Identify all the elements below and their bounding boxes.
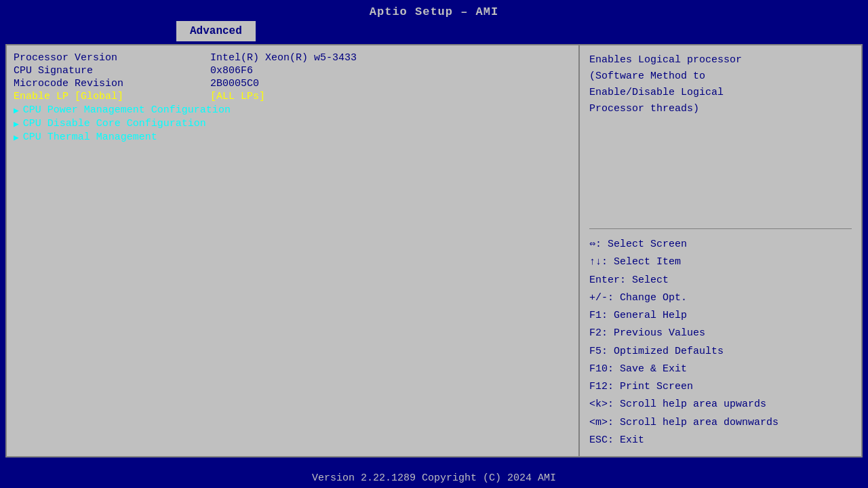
shortcut-desc-3: Change Opt.	[620, 292, 687, 304]
menu-item-2[interactable]: ▶CPU Thermal Management	[14, 131, 572, 143]
shortcut-key-4: F1:	[589, 310, 614, 321]
shortcut-key-1: ↑↓:	[589, 256, 614, 268]
menu-item-0[interactable]: ▶CPU Power Management Configuration	[14, 104, 572, 116]
shortcut-desc-7: Save & Exit	[620, 363, 687, 375]
info-row-3: Enable LP [Global][ALL LPs]	[14, 91, 572, 102]
info-row-1: CPU Signature0x806F6	[14, 65, 572, 77]
menu-arrow-icon-0: ▶	[14, 105, 19, 116]
shortcut-item-9: <k>: Scroll help area upwards	[589, 396, 852, 413]
shortcut-key-8: F12:	[589, 381, 620, 392]
right-panel: Enables Logical processor(Software Metho…	[580, 45, 861, 456]
info-label-1: CPU Signature	[14, 65, 210, 77]
menu-item-1[interactable]: ▶CPU Disable Core Configuration	[14, 118, 572, 129]
nav-bar: Advanced	[0, 18, 868, 41]
footer: Version 2.22.1289 Copyright (C) 2024 AMI	[0, 468, 868, 488]
shortcut-desc-5: Previous Values	[614, 327, 705, 339]
info-label-3: Enable LP [Global]	[14, 91, 210, 102]
shortcut-key-2: Enter:	[589, 274, 632, 286]
menu-arrow-icon-1: ▶	[14, 119, 19, 129]
shortcut-item-3: +/-: Change Opt.	[589, 289, 852, 307]
shortcut-list: ⇔: Select Screen↑↓: Select ItemEnter: Se…	[589, 236, 852, 449]
shortcut-item-2: Enter: Select	[589, 272, 852, 289]
help-text: Enables Logical processor(Software Metho…	[589, 52, 852, 222]
menu-item-label-1: CPU Disable Core Configuration	[23, 118, 206, 129]
info-row-0: Processor VersionIntel(R) Xeon(R) w5-343…	[14, 52, 572, 64]
shortcut-item-7: F10: Save & Exit	[589, 361, 852, 378]
info-value-2: 2B0005C0	[210, 78, 259, 89]
info-row-2: Microcode Revision2B0005C0	[14, 78, 572, 89]
shortcut-item-8: F12: Print Screen	[589, 378, 852, 396]
menu-item-label-0: CPU Power Management Configuration	[23, 104, 231, 116]
tab-advanced[interactable]: Advanced	[176, 21, 256, 41]
shortcut-desc-0: Select Screen	[608, 239, 687, 250]
left-panel: Processor VersionIntel(R) Xeon(R) w5-343…	[7, 45, 580, 456]
shortcut-item-11: ESC: Exit	[589, 432, 852, 449]
shortcut-desc-6: Optimized Defaults	[614, 346, 724, 357]
shortcut-desc-1: Select Item	[614, 256, 681, 268]
shortcut-item-1: ↑↓: Select Item	[589, 253, 852, 271]
shortcut-item-10: <m>: Scroll help area downwards	[589, 414, 852, 432]
shortcut-key-6: F5:	[589, 346, 614, 357]
shortcut-key-11: ESC:	[589, 434, 620, 446]
shortcut-item-0: ⇔: Select Screen	[589, 236, 852, 253]
shortcut-key-5: F2:	[589, 327, 614, 339]
main-content: Processor VersionIntel(R) Xeon(R) w5-343…	[5, 44, 863, 458]
shortcut-item-6: F5: Optimized Defaults	[589, 343, 852, 361]
shortcut-key-9: <k>:	[589, 399, 620, 410]
app-title: Aptio Setup – AMI	[370, 5, 498, 18]
shortcut-key-7: F10:	[589, 363, 620, 375]
shortcut-item-5: F2: Previous Values	[589, 325, 852, 342]
shortcut-item-4: F1: General Help	[589, 307, 852, 325]
shortcut-desc-10: Scroll help area downwards	[620, 417, 778, 428]
shortcut-desc-2: Select	[632, 274, 669, 286]
info-label-2: Microcode Revision	[14, 78, 210, 89]
info-value-3: [ALL LPs]	[210, 91, 265, 102]
title-bar: Aptio Setup – AMI	[0, 0, 868, 18]
info-label-0: Processor Version	[14, 52, 210, 64]
info-value-1: 0x806F6	[210, 65, 253, 77]
menu-arrow-icon-2: ▶	[14, 132, 19, 143]
menu-item-label-2: CPU Thermal Management	[23, 131, 157, 143]
shortcut-desc-9: Scroll help area upwards	[620, 399, 766, 410]
help-divider	[589, 228, 852, 229]
shortcut-key-3: +/-:	[589, 292, 620, 304]
info-value-0: Intel(R) Xeon(R) w5-3433	[210, 52, 357, 64]
shortcut-desc-11: Exit	[620, 434, 644, 446]
shortcut-key-10: <m>:	[589, 417, 620, 428]
shortcut-desc-4: General Help	[614, 310, 687, 321]
shortcut-desc-8: Print Screen	[620, 381, 693, 392]
shortcut-key-0: ⇔:	[589, 239, 608, 250]
footer-text: Version 2.22.1289 Copyright (C) 2024 AMI	[312, 472, 556, 484]
